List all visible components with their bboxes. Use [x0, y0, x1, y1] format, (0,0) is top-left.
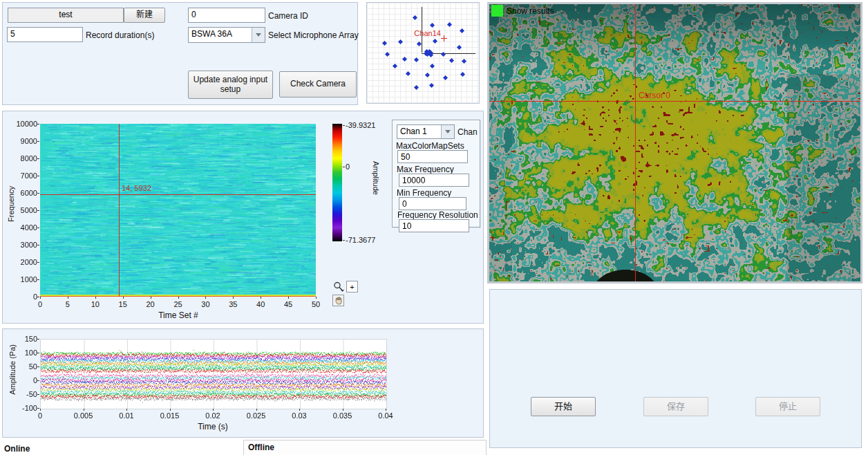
mic-cursor-cross-v: [444, 35, 444, 41]
tick-label: 50: [3, 362, 37, 371]
mic-point: [462, 58, 466, 63]
mic-point: [460, 28, 464, 33]
maxcolormapsets-label: MaxColorMapSets: [396, 141, 464, 151]
tick-label: 100: [3, 349, 37, 357]
max-frequency-input[interactable]: 10000: [399, 174, 469, 187]
online-status-label: Online: [4, 444, 30, 454]
spectrogram-panel: Frequency 14, 5932 Time Set # -39.9321 0…: [2, 111, 484, 324]
camera-id-input[interactable]: 0: [188, 8, 265, 23]
spectrogram-cursor-vline[interactable]: [119, 124, 120, 297]
mic-point: [413, 15, 417, 20]
tick-label: 0.035: [329, 411, 357, 420]
tick-label: 45: [274, 300, 302, 308]
tick-label: 30: [191, 300, 219, 308]
action-panel: 开始 保存 停止: [489, 289, 862, 448]
colorbar-min-value: -71.3677: [346, 236, 375, 244]
tick-label: 25: [164, 300, 192, 308]
colorbar-zero-value: 0: [346, 162, 350, 171]
tick-label: -50: [3, 390, 37, 398]
session-name-input[interactable]: test: [8, 8, 124, 23]
tick-label: 0.005: [70, 411, 97, 420]
min-frequency-input[interactable]: 0: [399, 197, 466, 210]
spectrogram-canvas[interactable]: [40, 124, 316, 297]
tick-label: 0.025: [243, 411, 270, 420]
record-duration-label: Record duration(s): [86, 30, 154, 40]
zoom-tool-icon[interactable]: [332, 281, 345, 292]
mic-cursor-label: Chan14: [401, 29, 441, 37]
mic-point: [385, 52, 390, 57]
tick-label: 7000: [3, 171, 37, 180]
record-duration-input[interactable]: 5: [7, 27, 83, 42]
mic-point: [429, 83, 434, 88]
mic-point: [430, 64, 435, 68]
spectrogram-cursor-label: 14, 5932: [122, 184, 151, 192]
channel-label: Chan: [457, 127, 478, 137]
camera-cursor-label: Cursor 0: [639, 91, 670, 100]
mic-array-select[interactable]: BSWA 36A: [188, 27, 265, 43]
tick-label: 40: [247, 300, 274, 308]
new-session-button[interactable]: 新建: [124, 8, 165, 23]
mic-point: [430, 23, 435, 28]
mic-point: [449, 58, 454, 63]
tick-label: 20: [137, 300, 164, 308]
tick-label: 5: [54, 300, 82, 308]
tick-label: 4000: [3, 223, 37, 232]
channel-select[interactable]: Chan 1: [397, 124, 455, 139]
analysis-controls-cluster: Chan 1 Chan MaxColorMapSets 50 Max Frequ…: [392, 120, 480, 228]
mic-point: [414, 85, 419, 90]
tick-label: 0.03: [285, 411, 313, 420]
tick-label: 10: [82, 300, 109, 308]
update-analog-input-button[interactable]: Update analog input setup: [188, 71, 273, 99]
spectrogram-cursor-hline[interactable]: [40, 194, 316, 195]
camera-cursor-vline[interactable]: [635, 4, 636, 281]
tick-label: 0: [26, 300, 54, 308]
tick-label: 3000: [3, 241, 37, 249]
mic-point: [460, 72, 465, 77]
check-camera-button[interactable]: Check Camera: [279, 71, 357, 98]
tick-label: 2000: [3, 258, 37, 266]
chevron-down-icon[interactable]: [441, 125, 454, 138]
mic-array-label: Select Microphone Array: [268, 30, 359, 40]
frequency-resolution-input[interactable]: 10: [399, 219, 469, 232]
waveform-xlabel: Time (s): [178, 422, 247, 431]
tick-label: 15: [109, 300, 137, 308]
camera-id-label: Camera ID: [268, 11, 308, 21]
save-button[interactable]: 保存: [643, 397, 708, 416]
offline-status-label: Offline: [248, 443, 274, 452]
colorbar-max-value: -39.9321: [346, 121, 375, 129]
tick-label: 35: [219, 300, 247, 308]
mic-point: [406, 71, 411, 76]
colorbar: [332, 124, 342, 241]
mic-point: [398, 39, 403, 44]
stop-button[interactable]: 停止: [755, 397, 820, 416]
start-button[interactable]: 开始: [531, 397, 596, 416]
mic-point: [425, 73, 430, 77]
crosshair-tool-icon[interactable]: +: [346, 281, 358, 292]
max-frequency-label: Max Frequency: [397, 165, 454, 174]
camera-cursor-hline[interactable]: [489, 101, 860, 102]
tick-label: 5000: [3, 206, 37, 214]
tick-label: 1000: [3, 275, 37, 284]
tick-label: 0: [3, 376, 37, 384]
mic-array-plot[interactable]: Chan14: [366, 2, 480, 104]
tick-label: 0.04: [372, 411, 399, 420]
mic-point: [432, 39, 437, 44]
chevron-down-icon[interactable]: [252, 28, 265, 42]
pan-hand-tool-icon[interactable]: [332, 295, 344, 306]
show-results-led[interactable]: [491, 5, 503, 17]
min-frequency-label: Min Frequency: [397, 188, 451, 198]
mic-point: [447, 22, 452, 27]
acoustic-camera-image[interactable]: [489, 4, 860, 281]
setup-panel: test 新建 5 Record duration(s) 0 Camera ID…: [2, 2, 358, 105]
tick-label: 0.015: [156, 411, 184, 420]
mic-point: [457, 45, 462, 50]
frequency-resolution-label: Frequency Resolution: [397, 210, 478, 220]
mic-point: [402, 57, 407, 62]
mic-point: [440, 52, 445, 57]
maxcolormapsets-input[interactable]: 50: [397, 150, 468, 163]
mic-point: [382, 41, 387, 46]
waveform-canvas[interactable]: [40, 339, 387, 409]
tick-label: 10000: [3, 120, 37, 128]
spectrogram-xlabel: Time Set #: [151, 310, 206, 320]
tick-label: 0.01: [113, 411, 140, 420]
